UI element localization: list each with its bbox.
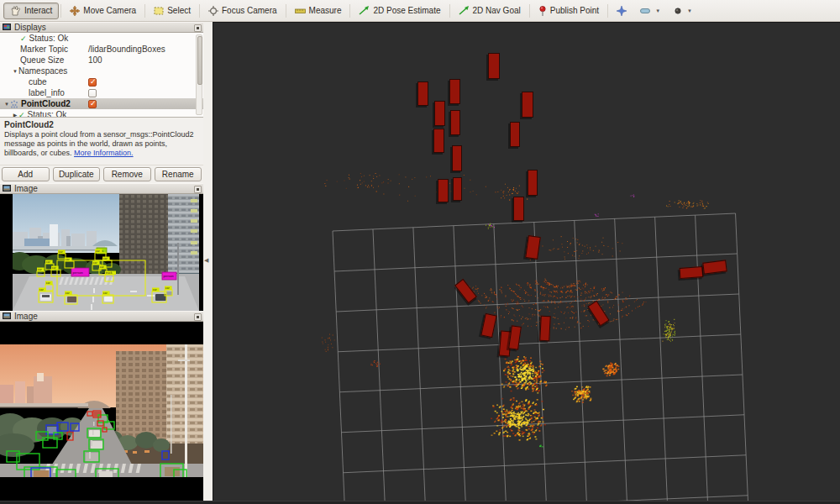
cube-checkbox[interactable]: [88, 78, 97, 87]
pose-estimate-button[interactable]: 2D Pose Estimate: [352, 3, 447, 19]
tree-scrollbar[interactable]: [196, 34, 202, 115]
detection-label: car: [103, 257, 108, 260]
duplicate-button[interactable]: Duplicate: [53, 167, 101, 181]
tree-row[interactable]: cube: [0, 76, 203, 87]
tree-row[interactable]: Queue Size100: [0, 55, 203, 66]
toolbar-button-label: Publish Point: [550, 6, 599, 15]
chevron-down-icon: ▼: [655, 8, 660, 13]
publish-point-button[interactable]: Publish Point: [532, 3, 606, 19]
toolbar-button-label: 2D Nav Goal: [473, 6, 521, 15]
tree-row-label: Status: Ok: [29, 34, 69, 43]
pointcloud2-icon: [10, 100, 18, 108]
status-ok-check-icon: ✓: [20, 34, 27, 43]
tree-row[interactable]: ▼Namespaces: [0, 66, 203, 76]
description-title: PointCloud2: [4, 120, 54, 129]
detection-label: car: [59, 250, 64, 254]
lidar-bounding-box: [522, 92, 533, 118]
detection-label: car: [46, 281, 51, 285]
detection-label: car: [52, 266, 57, 270]
label_info-checkbox[interactable]: [88, 89, 97, 97]
tree-row[interactable]: Marker Topic/lidarBoundingBoxes: [0, 44, 203, 55]
display-description: PointCloud2 Displays a point cloud from …: [0, 118, 203, 165]
measure-button[interactable]: Measure: [288, 3, 349, 19]
image-panel-icon: [3, 185, 11, 192]
green-arrow-icon: [359, 6, 370, 15]
camera-photo-warm: [0, 344, 203, 477]
PointCloud2-checkbox[interactable]: [88, 100, 97, 108]
lidar-bounding-box: [510, 122, 520, 147]
toolbar-separator: [60, 4, 61, 18]
window-statusbar: [0, 501, 840, 504]
displays-close-button[interactable]: [194, 24, 202, 32]
more-information-link[interactable]: More Information.: [74, 149, 134, 157]
focus-camera-button[interactable]: Focus Camera: [202, 3, 284, 19]
splitter-collapse-handle[interactable]: ◀: [204, 257, 208, 264]
tree-row-label: Queue Size: [20, 55, 64, 65]
tool-opt-1-button[interactable]: ▼: [633, 3, 667, 19]
select-icon: [154, 6, 164, 16]
tree-row-value[interactable]: 100: [88, 55, 102, 66]
lidar-bounding-box: [539, 316, 551, 342]
camera-image-2: [0, 322, 203, 503]
displays-tree: ✓Status: OkMarker Topic/lidarBoundingBox…: [0, 33, 203, 118]
detection-label: car: [38, 268, 43, 271]
move-camera-button[interactable]: Move Camera: [63, 3, 143, 19]
toolbar-button-label: 2D Pose Estimate: [373, 6, 440, 15]
toolbar-separator: [199, 4, 200, 18]
expand-arrow-icon[interactable]: ▼: [3, 102, 10, 107]
detection-label: car: [96, 249, 101, 253]
image1-panel-titlebar[interactable]: Image: [0, 183, 203, 194]
displays-panel-title: Displays: [14, 23, 46, 32]
tree-row[interactable]: ✓Status: Ok: [0, 33, 203, 44]
image2-close-button[interactable]: [194, 313, 202, 321]
detection-label: car: [103, 291, 108, 295]
add-tool-button[interactable]: [610, 3, 633, 19]
nav-goal-button[interactable]: 2D Nav Goal: [452, 3, 528, 19]
toolbar-separator: [349, 4, 350, 18]
detection-label: car: [93, 261, 98, 265]
collapse-arrow-icon[interactable]: ▶: [12, 112, 18, 118]
tree-row-label: Marker Topic: [20, 45, 68, 54]
tree-scrollbar-thumb[interactable]: [197, 36, 202, 85]
tree-row[interactable]: label_info: [0, 87, 203, 98]
blue-plus-icon: [617, 6, 627, 16]
left-panel-column: Displays ✓Status: OkMarker Topic/lidarBo…: [0, 22, 203, 501]
camera-photo-day: buspersonpersoncarcarcarcarcarcarcarcarc…: [13, 194, 199, 311]
interact-button[interactable]: Interact: [3, 3, 59, 19]
lidar-bounding-box: [438, 179, 449, 202]
lidar-bounding-box: [434, 101, 445, 126]
displays-panel-titlebar[interactable]: Displays: [0, 22, 203, 33]
panel-splitter[interactable]: ◀: [203, 22, 213, 504]
tree-row-label: Status: Ok: [28, 110, 67, 118]
lidar-bounding-box: [417, 81, 428, 106]
detection-label: person: [73, 270, 83, 275]
detection-label: person: [164, 274, 174, 278]
lidar-bounding-box: [450, 110, 460, 135]
toolbar-separator: [144, 4, 145, 18]
chevron-down-icon: ▼: [687, 8, 692, 13]
image2-panel-titlebar[interactable]: Image: [0, 311, 203, 322]
lidar-bounding-box: [452, 145, 462, 171]
tree-row[interactable]: ▼PointCloud2: [0, 98, 203, 109]
tree-row[interactable]: ▶✓Status: Ok: [0, 109, 203, 118]
select-button[interactable]: Select: [147, 3, 197, 19]
rename-button[interactable]: Rename: [155, 167, 202, 181]
tool-opt-2-button[interactable]: ▼: [667, 3, 699, 19]
toolbar-separator: [529, 4, 530, 18]
hand-icon: [10, 6, 21, 16]
displays-icon: [3, 24, 11, 31]
add-button[interactable]: Add: [2, 167, 50, 181]
measure-icon: [295, 7, 306, 15]
expand-arrow-icon[interactable]: ▼: [12, 69, 18, 74]
lidar-bounding-box: [528, 170, 538, 196]
render-viewport-3d[interactable]: [213, 22, 840, 504]
image1-close-button[interactable]: [194, 186, 202, 193]
display-actions: AddDuplicateRemoveRename: [0, 165, 203, 183]
oval-icon: [640, 8, 650, 14]
focus-icon: [208, 6, 218, 16]
image2-panel-title: Image: [14, 312, 38, 321]
toolbar-button-label: Focus Camera: [222, 6, 277, 15]
remove-button[interactable]: Remove: [103, 167, 151, 181]
rviz-window: InteractMove CameraSelectFocus CameraMea…: [0, 0, 840, 504]
tree-row-value[interactable]: /lidarBoundingBoxes: [88, 44, 165, 55]
